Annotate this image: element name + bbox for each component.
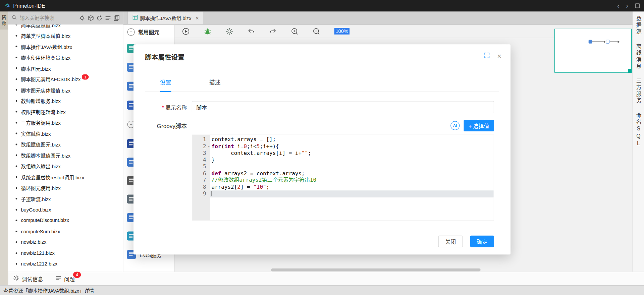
right-rail: 数据源离线消息三方服务命名SQL xyxy=(633,11,644,272)
gutter-line-number: 8 xyxy=(192,184,210,190)
file-tree-item[interactable]: 脚本操作JAVA数组.bizx xyxy=(8,41,123,52)
file-bullet-icon xyxy=(16,111,17,113)
file-tree-item[interactable]: 脚本图元调用AFCSDK.bizx1 xyxy=(8,74,123,84)
code-fold-icon[interactable]: ▾ xyxy=(208,143,210,150)
file-tree-item[interactable]: computeSum.bizx xyxy=(8,226,123,237)
locate-icon[interactable] xyxy=(79,15,85,21)
code-line[interactable]: //修改数组arrays2第二个元素为字符串10 xyxy=(210,177,494,184)
window-layout-icon[interactable] xyxy=(635,2,640,9)
export-icon[interactable] xyxy=(114,15,119,21)
code-line[interactable]: } xyxy=(210,157,494,163)
code-line[interactable] xyxy=(210,190,494,197)
code-line[interactable]: def arrays2 = context.arrays; xyxy=(210,170,494,177)
file-tree-item[interactable]: 教师新增服务.bizx xyxy=(8,96,123,106)
file-name: 简单类型赋值.bizx xyxy=(21,24,60,28)
file-tree-item[interactable]: 脚本图元实体赋值.bizx xyxy=(8,84,123,95)
zoom-level-value[interactable]: 100% xyxy=(334,28,350,35)
file-tree-item[interactable]: 循环图元使用.bizx xyxy=(8,182,123,193)
history-forward-icon[interactable]: › xyxy=(626,2,629,9)
status-bar: 查看资源「脚本操作JAVA数组.bizx」详情 xyxy=(0,285,644,295)
file-bullet-icon xyxy=(16,57,17,58)
file-name: 子逻辑流.bizx xyxy=(21,195,51,202)
file-tree-item[interactable]: 脚本图元.bizx xyxy=(8,63,123,73)
search-input[interactable] xyxy=(19,15,77,21)
history-back-icon[interactable]: ‹ xyxy=(617,2,620,9)
select-value-button[interactable]: + 选择值 xyxy=(464,120,494,131)
right-rail-tab[interactable]: 三方服务 xyxy=(635,78,642,104)
file-tree-item[interactable]: 三方服务调用.bizx xyxy=(8,117,123,128)
file-tree-item[interactable]: 系统变量替换resturl调用.bizx xyxy=(8,172,123,182)
explorer-search-row xyxy=(8,11,123,24)
debug-config-icon[interactable] xyxy=(225,27,233,35)
problems-tab[interactable]: 问题 4 xyxy=(55,275,75,283)
file-tree-item[interactable]: buyGood.bizx xyxy=(8,204,123,215)
file-tree-item[interactable]: 简单类型赋值.bizx xyxy=(8,24,123,30)
file-bullet-icon xyxy=(16,263,17,265)
left-rail-tab-resources[interactable]: 资源 xyxy=(0,11,8,30)
palette-group-common[interactable]: − 常用图元 xyxy=(123,24,174,39)
tab-close-icon[interactable]: × xyxy=(196,15,199,21)
code-line[interactable]: arrays2[2] = "10"; xyxy=(210,184,494,190)
file-tree-item[interactable]: 简单类型脚本赋值.bizx xyxy=(8,30,123,41)
right-rail-tab[interactable]: 数据源 xyxy=(635,16,642,36)
dialog-tabs: 设置 描述 xyxy=(145,78,499,92)
minimap[interactable] xyxy=(554,29,632,73)
editor-code-area[interactable]: context.arrays = [];for(int i=0;i<5;i++)… xyxy=(210,135,494,221)
display-name-input[interactable] xyxy=(192,101,494,113)
file-tree-item[interactable]: computeDiscount.bizx xyxy=(8,215,123,226)
ok-button[interactable]: 确定 xyxy=(470,236,494,247)
file-bullet-icon xyxy=(16,133,17,134)
scrollbar-thumb[interactable] xyxy=(271,269,480,272)
gutter-line-number: 7 xyxy=(192,177,210,184)
file-tree-item[interactable]: 数组赋值图元.bizx xyxy=(8,139,123,150)
file-tree-item[interactable]: newbiz1212.bizx xyxy=(8,258,123,269)
file-tree-item[interactable] xyxy=(8,270,123,272)
minimap-resize-handle[interactable] xyxy=(628,69,632,73)
debug-info-tab[interactable]: 调试信息 xyxy=(13,275,43,283)
list-icon[interactable] xyxy=(105,15,111,21)
gutter-line-number: 4 xyxy=(192,157,210,163)
file-tree-item[interactable]: 子逻辑流.bizx xyxy=(8,193,123,204)
file-name: 简单类型脚本赋值.bizx xyxy=(21,32,70,39)
gutter-line-number: 2▾ xyxy=(192,143,210,150)
fullscreen-icon[interactable] xyxy=(484,53,490,60)
code-line[interactable]: context.arrays[i] = i+""; xyxy=(210,150,494,157)
minimap-node xyxy=(589,40,592,44)
gutter-line-number: 3 xyxy=(192,150,210,157)
close-icon[interactable]: × xyxy=(497,53,501,60)
right-rail-tab[interactable]: 命名SQL xyxy=(635,113,642,148)
refresh-icon[interactable] xyxy=(97,15,102,21)
file-tree-item[interactable]: 实体赋值.bizx xyxy=(8,128,123,139)
file-tree-item[interactable]: newbiz.bizx xyxy=(8,237,123,248)
close-button[interactable]: 关闭 xyxy=(438,236,463,247)
tab-settings[interactable]: 设置 xyxy=(160,78,171,92)
zoom-in-icon[interactable] xyxy=(291,27,299,35)
file-name: 实体赋值.bizx xyxy=(21,130,51,137)
groovy-script-label: Groovy脚本 xyxy=(133,121,192,129)
tab-description[interactable]: 描述 xyxy=(209,78,220,92)
file-bullet-icon xyxy=(16,176,17,178)
debug-icon[interactable] xyxy=(204,27,211,35)
right-rail-tab[interactable]: 离线消息 xyxy=(635,44,642,70)
ai-assistant-icon[interactable]: AI xyxy=(450,121,460,130)
code-line[interactable]: for(int i=0;i<5;i++){ xyxy=(210,143,494,150)
code-line[interactable] xyxy=(210,163,494,170)
zoom-out-icon[interactable] xyxy=(313,27,320,35)
file-bullet-icon xyxy=(16,241,17,243)
code-line[interactable]: context.arrays = []; xyxy=(210,136,494,143)
redo-icon[interactable] xyxy=(269,27,277,35)
file-tree-item[interactable]: newbiz121.bizx xyxy=(8,248,123,258)
undo-icon[interactable] xyxy=(247,27,255,35)
file-tree-item[interactable]: 数组脚本赋值图元.bizx xyxy=(8,150,123,161)
canvas-horizontal-scrollbar xyxy=(174,268,632,272)
file-tree-item[interactable]: 数组输入输出.bizx xyxy=(8,161,123,171)
editor-tab-active[interactable]: 脚本操作JAVA数组.bizx × xyxy=(127,11,204,24)
debug-info-label: 调试信息 xyxy=(22,275,43,283)
groovy-code-editor[interactable]: 12▾3456789 context.arrays = [];for(int i… xyxy=(192,135,494,221)
file-tree-item[interactable]: 权限控制逻辑流.bizx xyxy=(8,106,123,117)
collapse-icon[interactable]: − xyxy=(127,28,135,36)
primeton-ide-window: Primeton-IDE ‹ › 资源 简 xyxy=(0,0,644,295)
package-icon[interactable] xyxy=(88,15,94,21)
run-icon[interactable] xyxy=(182,27,190,35)
file-tree-item[interactable]: 脚本使用环境变量.bizx xyxy=(8,52,123,63)
